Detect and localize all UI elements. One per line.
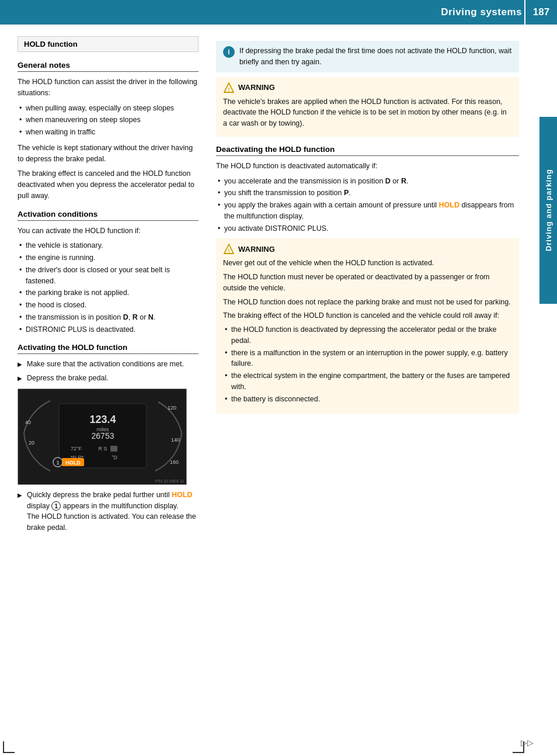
svg-text:20: 20: [29, 440, 34, 446]
list-item: when pulling away, especially on steep s…: [18, 103, 199, 114]
svg-text:120: 120: [168, 405, 176, 411]
warning-para-3: The HOLD function does not replace the p…: [223, 297, 512, 308]
svg-text:!: !: [228, 86, 230, 92]
stationary-text: The vehicle is kept stationary without t…: [18, 143, 199, 165]
svg-text:HOLD: HOLD: [65, 460, 81, 466]
deactivating-intro: The HOLD function is deactivated automat…: [216, 161, 519, 172]
svg-rect-12: [110, 446, 117, 452]
list-item: the engine is running.: [18, 252, 199, 263]
activation-conditions-intro: You can activate the HOLD function if:: [18, 226, 199, 237]
list-item: there is a malfunction in the system or …: [223, 348, 512, 370]
side-tab: Driving and parking: [539, 117, 557, 304]
list-item: the HOLD function is deactivated by depr…: [223, 324, 512, 346]
dashboard-image: 20 40 120 140 160 123.4 miles 26753 72°F…: [18, 389, 187, 485]
intro-text: The HOLD function can assist the driver …: [18, 77, 199, 99]
list-item: Depress the brake pedal.: [18, 373, 199, 384]
list-item: the parking brake is not applied.: [18, 287, 199, 299]
list-item: when maneuvering on steep slopes: [18, 115, 199, 126]
warning-box-1: ! WARNING The vehicle's brakes are appli…: [216, 77, 519, 137]
activating-heading: Activating the HOLD function: [18, 343, 199, 354]
list-item: Make sure that the activation conditions…: [18, 359, 199, 370]
general-notes-heading: General notes: [18, 61, 199, 72]
svg-text:26753: 26753: [92, 431, 114, 441]
list-item: you activate DISTRONIC PLUS.: [216, 223, 519, 234]
list-item: the transmission is in position D, R or …: [18, 312, 199, 323]
list-item: you accelerate and the transmission is i…: [216, 176, 519, 187]
list-item: the electrical system in the engine comp…: [223, 370, 512, 393]
side-tab-label: Driving and parking: [544, 169, 553, 251]
svg-text:40: 40: [25, 419, 31, 425]
list-item: you shift the transmission to position P…: [216, 188, 519, 199]
dashboard-caption-list: Quickly depress the brake pedal further …: [18, 490, 199, 533]
deactivating-heading: Deactivating the HOLD function: [216, 145, 519, 156]
svg-text:160: 160: [170, 459, 179, 465]
warning-text: The vehicle's brakes are applied when th…: [223, 96, 512, 129]
warning-para-1: Never get out of the vehicle when the HO…: [223, 258, 512, 269]
list-item: DISTRONIC PLUS is deactivated.: [18, 324, 199, 335]
warning-icon-2: !: [223, 243, 235, 255]
list-item: Quickly depress the brake pedal further …: [18, 490, 199, 533]
header-bar: Driving systems 187: [0, 0, 557, 25]
warning-title-2: WARNING: [238, 245, 275, 254]
info-icon: i: [223, 46, 235, 58]
activation-conditions-list: the vehicle is stationary. the engine is…: [18, 240, 199, 335]
situations-list: when pulling away, especially on steep s…: [18, 103, 199, 138]
warning-icon: !: [223, 82, 235, 93]
deactivating-list: you accelerate and the transmission is i…: [216, 176, 519, 234]
svg-text:123.4: 123.4: [89, 414, 116, 425]
header-title: Driving systems: [441, 6, 522, 18]
info-box-text: If depressing the brake pedal the first …: [239, 46, 512, 68]
hold-function-box: HOLD function: [18, 36, 199, 52]
right-column: i If depressing the brake pedal the firs…: [216, 36, 539, 538]
left-column: HOLD function General notes The HOLD fun…: [18, 36, 199, 538]
svg-text:72°F: 72°F: [71, 446, 82, 452]
forward-arrows: ▷▷: [521, 738, 534, 747]
svg-text:140: 140: [171, 437, 180, 443]
svg-text:!: !: [228, 248, 230, 254]
info-box: i If depressing the brake pedal the firs…: [216, 41, 519, 72]
activation-conditions-heading: Activation conditions: [18, 210, 199, 221]
list-item: the battery is disconnected.: [223, 394, 512, 405]
list-item: the driver's door is closed or your seat…: [18, 265, 199, 287]
list-item: the vehicle is stationary.: [18, 240, 199, 251]
svg-text:°D: °D: [112, 455, 118, 460]
warning-para-2: The HOLD function must never be operated…: [223, 272, 512, 294]
warning-box-2: ! WARNING Never get out of the vehicle w…: [216, 238, 519, 414]
svg-text:P54.32-8604-31: P54.32-8604-31: [155, 479, 184, 483]
warning-header: ! WARNING: [223, 82, 512, 93]
svg-text:R  S: R S: [98, 446, 107, 452]
warning-final-bullets: the HOLD function is deactivated by depr…: [223, 324, 512, 404]
activate-steps-list: Make sure that the activation conditions…: [18, 359, 199, 384]
list-item: the hood is closed.: [18, 300, 199, 311]
svg-text:1: 1: [56, 460, 59, 466]
list-item: you apply the brakes again with a certai…: [216, 200, 519, 222]
hold-function-box-title: HOLD function: [24, 40, 78, 48]
braking-text: The braking effect is canceled and the H…: [18, 168, 199, 201]
warning-title: WARNING: [238, 83, 275, 92]
warning-header-2: ! WARNING: [223, 243, 512, 255]
corner-mark-bl: [3, 741, 15, 753]
warning-para-4: The braking effect of the HOLD function …: [223, 310, 512, 321]
main-content: HOLD function General notes The HOLD fun…: [0, 25, 557, 550]
page-number: 187: [524, 0, 557, 25]
list-item: when waiting in traffic: [18, 127, 199, 138]
